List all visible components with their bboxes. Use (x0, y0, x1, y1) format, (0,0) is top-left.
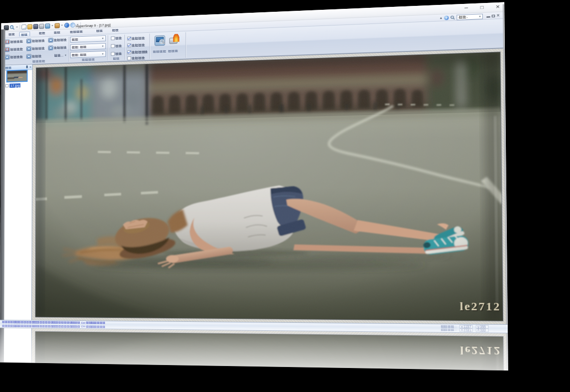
svg-text:le2712: le2712 (460, 300, 501, 313)
